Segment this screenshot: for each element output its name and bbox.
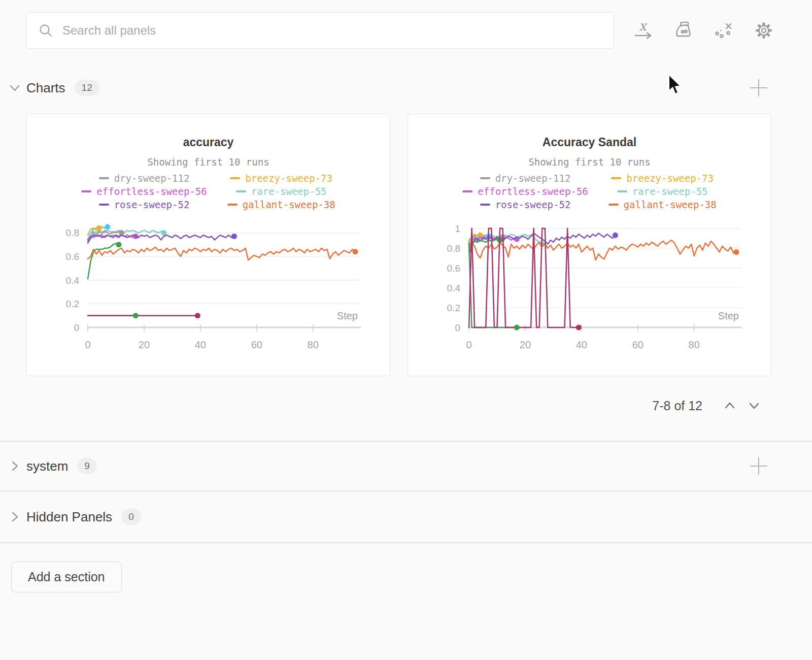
legend-swatch <box>227 204 238 206</box>
legend-label: rose-sweep-52 <box>495 199 571 210</box>
svg-text:40: 40 <box>576 339 587 350</box>
legend-item[interactable]: rare-sweep-55 <box>227 185 335 198</box>
legend-item[interactable]: gallant-sweep-38 <box>227 198 335 211</box>
svg-text:0: 0 <box>85 339 90 350</box>
svg-text:40: 40 <box>195 339 206 350</box>
hidden-panels-section-title: Hidden Panels <box>26 509 112 525</box>
charts-count-badge: 12 <box>75 80 99 96</box>
chart-legend: dry-sweep-112breezy-sweep-73effortless-s… <box>27 172 390 211</box>
svg-text:60: 60 <box>632 339 644 350</box>
x-axis-icon[interactable]: x <box>631 19 655 42</box>
chevron-down-icon[interactable] <box>8 81 21 94</box>
chevron-right-icon[interactable] <box>8 510 21 523</box>
legend-label: breezy-sweep-73 <box>626 173 714 184</box>
legend-label: breezy-sweep-73 <box>245 173 332 184</box>
svg-text:80: 80 <box>689 339 700 350</box>
hidden-panels-count-badge: 0 <box>121 509 141 525</box>
legend-item[interactable]: dry-sweep-112 <box>81 172 207 185</box>
legend-label: gallant-sweep-38 <box>624 199 717 210</box>
legend-swatch <box>99 204 109 206</box>
panel-toolbar: x <box>614 19 787 42</box>
legend-item[interactable]: rose-sweep-52 <box>81 198 207 211</box>
svg-text:x: x <box>639 19 648 34</box>
legend-swatch <box>230 177 240 179</box>
legend-item[interactable]: breezy-sweep-73 <box>227 172 335 185</box>
legend-label: effortless-sweep-56 <box>96 186 207 197</box>
chart-panel[interactable]: Accuracy Sandal Showing first 10 runs dr… <box>408 114 771 376</box>
svg-text:20: 20 <box>520 339 531 350</box>
legend-swatch <box>608 204 619 206</box>
legend-swatch <box>236 190 246 192</box>
chart-title: Accuracy Sandal <box>408 136 771 152</box>
svg-text:60: 60 <box>251 339 262 350</box>
legend-item[interactable]: gallant-sweep-38 <box>608 198 717 211</box>
search-input[interactable] <box>62 23 602 38</box>
legend-swatch <box>617 190 627 192</box>
divider <box>0 542 812 543</box>
svg-text:Step: Step <box>337 310 358 321</box>
legend-swatch <box>480 177 490 179</box>
legend-swatch <box>99 177 109 179</box>
svg-text:1: 1 <box>455 223 460 234</box>
legend-swatch <box>462 190 472 192</box>
svg-text:0.6: 0.6 <box>66 251 79 262</box>
legend-label: rose-sweep-52 <box>114 199 190 210</box>
legend-item[interactable]: dry-sweep-112 <box>462 172 588 185</box>
legend-item[interactable]: effortless-sweep-56 <box>462 185 588 198</box>
svg-text:Step: Step <box>718 310 739 321</box>
top-bar: x <box>26 12 787 49</box>
settings-gear-icon[interactable] <box>752 19 775 42</box>
svg-text:0.2: 0.2 <box>447 303 460 313</box>
svg-text:0.6: 0.6 <box>447 263 460 274</box>
svg-text:0.8: 0.8 <box>66 227 79 238</box>
svg-text:0: 0 <box>455 322 460 333</box>
svg-text:0.4: 0.4 <box>66 275 80 286</box>
legend-swatch <box>480 204 490 206</box>
search-box[interactable] <box>26 12 614 49</box>
legend-label: rare-sweep-55 <box>632 186 708 197</box>
system-section-title: system <box>26 458 68 474</box>
pagination: 7-8 of 12 <box>0 393 812 418</box>
hidden-panels-section-header: Hidden Panels 0 <box>8 491 768 542</box>
pagination-range-label: 7-8 of 12 <box>652 399 702 413</box>
svg-text:0: 0 <box>466 339 471 350</box>
svg-text:0.2: 0.2 <box>66 299 79 309</box>
legend-item[interactable]: effortless-sweep-56 <box>81 185 207 198</box>
system-section-header: system 9 <box>8 442 768 490</box>
legend-label: dry-sweep-112 <box>114 173 190 184</box>
add-section-button[interactable]: Add a section <box>11 562 122 592</box>
chart-plot[interactable]: 00.20.40.60.8020406080Step <box>27 213 390 361</box>
system-count-badge: 9 <box>77 458 97 474</box>
add-panel-plus-icon[interactable] <box>749 78 768 97</box>
legend-label: rare-sweep-55 <box>251 186 327 197</box>
chart-panel[interactable]: accuracy Showing first 10 runs dry-sweep… <box>26 114 390 376</box>
svg-text:0: 0 <box>74 322 79 333</box>
chevron-right-icon[interactable] <box>8 459 21 473</box>
chart-legend: dry-sweep-112breezy-sweep-73effortless-s… <box>408 172 771 211</box>
svg-text:80: 80 <box>308 339 319 350</box>
legend-label: dry-sweep-112 <box>495 173 571 184</box>
legend-item[interactable]: rose-sweep-52 <box>462 198 588 211</box>
chart-plot[interactable]: 00.20.40.60.81020406080Step <box>408 213 771 361</box>
legend-item[interactable]: breezy-sweep-73 <box>608 172 717 185</box>
chevron-down-icon[interactable] <box>745 397 763 415</box>
chart-title: accuracy <box>27 136 390 152</box>
smoothing-iron-icon[interactable] <box>671 19 695 42</box>
legend-swatch <box>81 190 91 192</box>
search-icon <box>38 23 53 38</box>
chart-subtitle: Showing first 10 runs <box>408 156 771 169</box>
legend-label: gallant-sweep-38 <box>243 199 335 210</box>
chevron-up-icon[interactable] <box>721 397 739 415</box>
chart-subtitle: Showing first 10 runs <box>27 156 390 169</box>
charts-section-title: Charts <box>26 80 65 96</box>
legend-label: effortless-sweep-56 <box>478 186 588 197</box>
add-panel-plus-icon[interactable] <box>749 456 768 476</box>
legend-item[interactable]: rare-sweep-55 <box>608 185 717 198</box>
charts-grid: accuracy Showing first 10 runs dry-sweep… <box>26 114 771 376</box>
svg-text:0.8: 0.8 <box>447 243 460 254</box>
svg-text:0.4: 0.4 <box>447 283 461 293</box>
charts-section-header: Charts 12 <box>8 75 768 101</box>
legend-swatch <box>611 177 621 179</box>
remove-outliers-icon[interactable] <box>712 19 735 42</box>
svg-text:20: 20 <box>139 339 150 350</box>
